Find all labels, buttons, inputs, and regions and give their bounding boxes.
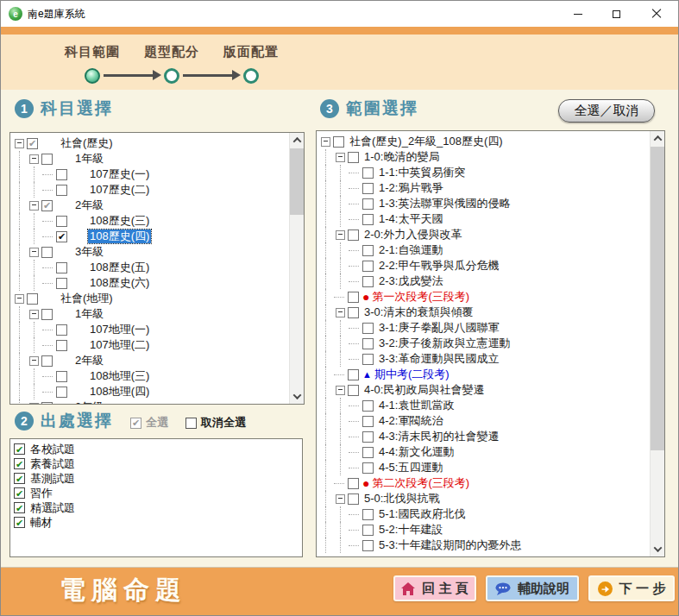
tree-row[interactable]: 2年級 [13, 353, 289, 368]
tree-label[interactable]: 2-0:外力入侵與改革 [362, 228, 463, 242]
scroll-up-button[interactable] [651, 131, 665, 146]
source-item[interactable]: ✔精選試題 [10, 500, 302, 515]
tree-checkbox[interactable] [348, 307, 359, 318]
tree-checkbox[interactable] [362, 183, 374, 194]
select-all-toggle-button[interactable]: 全選／取消 [558, 99, 655, 123]
tree-checkbox[interactable] [56, 169, 67, 180]
tree-checkbox[interactable] [56, 262, 67, 273]
tree-row[interactable]: 社會(歷史)_2年級_108歷史(四) [319, 134, 650, 149]
tree-label[interactable]: 3年級 [73, 245, 105, 259]
tree-row[interactable]: 5-0:北伐與抗戰 [319, 491, 650, 506]
tree-row[interactable]: 3-1:庚子拳亂與八國聯軍 [319, 320, 650, 336]
source-item[interactable]: ✔輔材 [10, 515, 302, 530]
tree-checkbox[interactable] [362, 323, 374, 334]
source-item[interactable]: ✔基測試題 [10, 471, 302, 486]
tree-row[interactable]: 4-4:新文化運動 [319, 444, 650, 460]
tree-row[interactable]: 108歷史(五) [13, 260, 289, 275]
tree-row[interactable]: 1-2:鴉片戰爭 [319, 180, 650, 196]
range-tree-scrollbar[interactable] [650, 131, 664, 556]
tree-row[interactable]: 107地理(一) [13, 322, 289, 337]
tree-label[interactable]: 3年級 [73, 400, 105, 404]
tree-checkbox[interactable] [362, 214, 374, 225]
tree-checkbox[interactable]: ✔ [27, 138, 38, 149]
tree-row[interactable]: 1-0:晚清的變局 [319, 149, 650, 165]
source-item[interactable]: ✔各校試題 [10, 442, 302, 456]
scroll-down-button[interactable] [651, 542, 665, 556]
scroll-down-button[interactable] [290, 389, 305, 404]
deselect-all-checkbox[interactable]: 取消全選 [185, 415, 246, 431]
tree-checkbox[interactable] [56, 324, 67, 336]
tree-row[interactable]: ▲期中考(二段考) [319, 367, 650, 382]
tree-checkbox[interactable] [348, 229, 359, 241]
tree-checkbox[interactable] [41, 247, 53, 258]
tree-checkbox[interactable] [362, 276, 374, 287]
tree-checkbox[interactable]: ✔ [56, 231, 67, 242]
tree-row[interactable]: 1年級 [13, 306, 289, 322]
tree-label[interactable]: 2年級 [73, 354, 105, 368]
tree-row[interactable]: 107地理(二) [13, 337, 289, 353]
tree-checkbox[interactable] [362, 525, 374, 536]
tree-label[interactable]: 5-2:十年建設 [377, 523, 444, 537]
tree-row[interactable]: 1-3:英法聯軍與俄國的侵略 [319, 196, 650, 211]
tree-checkbox[interactable] [362, 261, 374, 272]
tree-label[interactable]: 108地理(四) [88, 385, 151, 399]
tree-checkbox[interactable] [362, 447, 374, 458]
tree-checkbox[interactable] [348, 385, 359, 396]
tree-checkbox[interactable] [348, 493, 359, 505]
expand-minus-box[interactable] [336, 494, 345, 504]
tree-label[interactable]: 108歷史(五) [88, 261, 151, 274]
tree-checkbox[interactable] [27, 293, 38, 305]
tree-label[interactable]: 5-1:國民政府北伐 [377, 507, 467, 521]
tree-checkbox[interactable] [56, 216, 67, 227]
tree-checkbox[interactable]: ✔ [41, 200, 53, 211]
tree-row[interactable]: 3-3:革命運動與民國成立 [319, 351, 650, 367]
tree-row[interactable]: 5-3:十年建設期間的內憂外患 [319, 537, 650, 553]
tree-checkbox[interactable] [362, 540, 374, 551]
tree-label[interactable]: 4-0:民初政局與社會變遷 [362, 383, 486, 397]
tree-checkbox[interactable] [56, 387, 67, 398]
source-item[interactable]: ✔習作 [10, 486, 302, 500]
tree-row[interactable]: ●第二次段考(三段考) [319, 475, 650, 491]
expand-minus-box[interactable] [29, 248, 39, 257]
tree-label[interactable]: 社會(地理) [59, 292, 115, 305]
tree-checkbox[interactable] [348, 369, 359, 380]
expand-minus-box[interactable] [29, 356, 39, 366]
tree-row[interactable]: 4-3:清末民初的社會變遷 [319, 429, 650, 444]
tree-label[interactable]: 第二次段考(三段考) [370, 476, 471, 490]
tree-row[interactable]: 5-1:國民政府北伐 [319, 506, 650, 522]
tree-label[interactable]: 107地理(二) [88, 338, 151, 352]
expand-minus-box[interactable] [336, 386, 345, 395]
tree-label[interactable]: 1-1:中英貿易衝突 [377, 166, 467, 179]
tree-label[interactable]: 3-2:庚子後新政與立憲運動 [377, 336, 512, 350]
tree-row[interactable]: 3年級 [13, 399, 289, 404]
tree-label[interactable]: 108歷史(六) [88, 276, 151, 290]
tree-label[interactable]: 4-4:新文化運動 [377, 445, 456, 459]
tree-row[interactable]: 108歷史(六) [13, 275, 289, 291]
tree-label[interactable]: 第一次段考(三段考) [370, 290, 471, 304]
tree-checkbox[interactable] [348, 152, 359, 163]
tree-checkbox[interactable] [362, 245, 374, 256]
tree-row[interactable]: 4-1:袁世凱當政 [319, 398, 650, 413]
select-all-checkbox[interactable]: ✔ 全選 [130, 415, 168, 431]
tree-label[interactable]: 108歷史(四) [88, 229, 151, 243]
tree-row[interactable]: 108地理(三) [13, 368, 289, 384]
expand-minus-box[interactable] [29, 403, 39, 405]
tree-row[interactable]: 108地理(四) [13, 384, 289, 399]
tree-label[interactable]: 1-3:英法聯軍與俄國的侵略 [377, 197, 512, 211]
tree-label[interactable]: 1-4:太平天國 [377, 212, 444, 226]
tree-checkbox[interactable] [348, 292, 359, 303]
scrollbar-thumb[interactable] [290, 148, 305, 215]
tree-checkbox[interactable] [362, 416, 374, 427]
next-step-button[interactable]: 下 一 步 [588, 575, 675, 601]
tree-checkbox[interactable] [41, 309, 53, 320]
tree-row[interactable]: 3-2:庚子後新政與立憲運動 [319, 336, 650, 351]
tree-checkbox[interactable] [41, 402, 53, 405]
tree-checkbox[interactable] [362, 338, 374, 349]
scroll-up-button[interactable] [290, 133, 305, 148]
tree-row[interactable]: 4-5:五四運動 [319, 460, 650, 475]
tree-row[interactable]: 108歷史(三) [13, 213, 289, 229]
close-button[interactable] [636, 1, 677, 27]
expand-minus-box[interactable] [15, 294, 24, 304]
tree-checkbox[interactable] [362, 509, 374, 520]
subject-tree-scrollbar[interactable] [289, 133, 304, 404]
